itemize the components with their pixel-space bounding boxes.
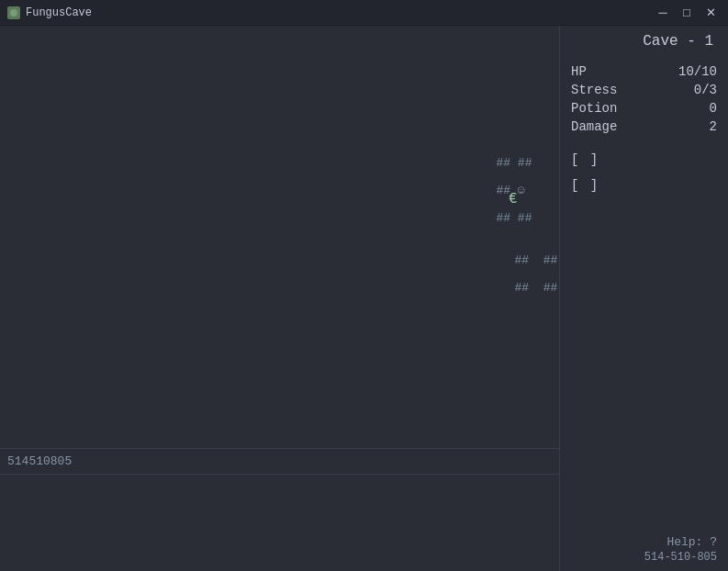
- titlebar-left: FungusCave: [7, 6, 92, 19]
- damage-value: 2: [710, 119, 717, 134]
- cave-title: Cave - 1: [571, 33, 717, 50]
- hp-value: 10/10: [678, 64, 717, 79]
- game-area: ## ## ## ☺ ## ## € ## ## ## ## 514510805: [0, 26, 560, 571]
- contact-text: 514-510-805: [571, 551, 717, 564]
- close-button[interactable]: ✕: [700, 5, 721, 21]
- inventory-slot-1[interactable]: [ ]: [571, 152, 717, 167]
- inventory-slots: [ ] [ ]: [571, 152, 717, 193]
- seed-value: 514510805: [7, 454, 72, 468]
- help-label: Help: ?: [571, 535, 717, 549]
- potion-value: 0: [710, 101, 717, 116]
- stress-value: 0/3: [694, 83, 717, 97]
- help-section: Help: ? 514-510-805: [571, 535, 717, 564]
- maximize-button[interactable]: □: [677, 5, 697, 21]
- hp-label: HP: [571, 64, 587, 79]
- stat-potion: Potion 0: [571, 101, 717, 116]
- stat-hp: HP 10/10: [571, 64, 717, 79]
- stat-stress: Stress 0/3: [571, 83, 717, 97]
- app-icon: [7, 6, 20, 19]
- stress-label: Stress: [571, 83, 617, 97]
- titlebar-title: FungusCave: [26, 6, 92, 19]
- seed-display: 514510805: [0, 449, 559, 475]
- titlebar-controls: ─ □ ✕: [653, 5, 721, 21]
- bottom-bar: 514510805: [0, 448, 559, 571]
- damage-label: Damage: [571, 119, 617, 134]
- main-layout: ## ## ## ☺ ## ## € ## ## ## ## 514510805…: [0, 26, 728, 571]
- stat-damage: Damage 2: [571, 119, 717, 134]
- stats-table: HP 10/10 Stress 0/3 Potion 0 Damage 2: [571, 64, 717, 134]
- sprite-group-2: ## ## ## ##: [457, 241, 557, 309]
- right-panel: Cave - 1 HP 10/10 Stress 0/3 Potion 0 Da…: [560, 26, 728, 571]
- minimize-button[interactable]: ─: [653, 5, 673, 21]
- sprite-entity: €: [509, 191, 518, 207]
- game-canvas[interactable]: ## ## ## ☺ ## ## € ## ## ## ##: [0, 26, 559, 448]
- titlebar: FungusCave ─ □ ✕: [0, 0, 728, 26]
- inventory-slot-2[interactable]: [ ]: [571, 178, 717, 193]
- sprite-group-1: ## ## ## ☺ ## ##: [439, 143, 532, 240]
- potion-label: Potion: [571, 101, 617, 116]
- svg-point-0: [10, 9, 17, 17]
